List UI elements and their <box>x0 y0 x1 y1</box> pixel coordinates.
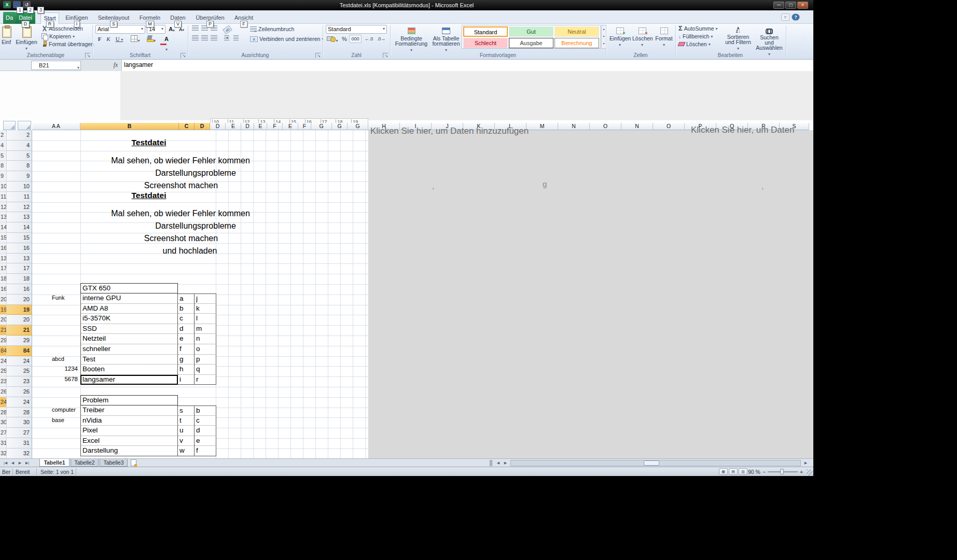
cell-style-ausgabe[interactable]: Ausgabe <box>509 38 553 48</box>
table2-cell-c1[interactable]: v <box>178 436 195 446</box>
minimize-button[interactable]: ─ <box>773 2 784 9</box>
table1-cell-label[interactable]: Test <box>80 355 178 365</box>
sheet-tab-tabelle1[interactable]: Tabelle1 <box>39 459 70 467</box>
bold-button[interactable]: F <box>95 35 104 43</box>
format-as-table-button[interactable]: Als Tabelle formatieren ▾ <box>432 25 461 49</box>
wrap-text-button[interactable]: Zeilenumbruch <box>250 25 294 33</box>
column-header-D[interactable]: D <box>195 123 210 130</box>
align-right-button[interactable] <box>210 35 218 43</box>
column-header-N[interactable]: N <box>558 123 590 130</box>
column-header-D[interactable]: D <box>210 123 226 130</box>
table2-cell-c1[interactable]: s <box>178 405 195 416</box>
row-header-14[interactable]: 14 <box>7 222 32 233</box>
conditional-formatting-button[interactable]: Bedingte Formatierung ▾ <box>392 25 431 49</box>
scroll-left-icon[interactable]: ◀ <box>495 459 502 466</box>
close-button[interactable]: × <box>797 2 808 9</box>
scroll-right-icon[interactable]: ▶ <box>502 459 509 466</box>
zoom-out-button[interactable]: − <box>762 468 766 475</box>
table2-cell-c2[interactable]: f <box>195 446 216 456</box>
align-left-button[interactable] <box>191 35 200 43</box>
row-header-21[interactable]: 21 <box>7 325 32 335</box>
table1-cell-c1[interactable]: d <box>178 324 195 334</box>
scroll-far-right-icon[interactable]: ▶ <box>802 459 809 466</box>
row-header-13[interactable]: 13 <box>7 254 32 264</box>
row-header-11[interactable]: 11 <box>7 192 32 202</box>
page-layout-view-icon[interactable]: ▤ <box>729 468 738 475</box>
row-header-18[interactable]: 18 <box>7 274 32 284</box>
row-header-17[interactable]: 17 <box>7 263 32 274</box>
table2-cell-label[interactable]: Treiber <box>80 405 178 416</box>
next-sheet-icon[interactable]: ▶ <box>17 459 23 466</box>
maximize-button[interactable]: □ <box>785 2 796 9</box>
column-header-D[interactable]: D <box>241 123 254 130</box>
help-icon[interactable]: ? <box>792 13 800 21</box>
column-header-AA[interactable]: A A <box>32 123 80 130</box>
table1-cell-c2[interactable]: p <box>195 355 216 365</box>
row-header-30[interactable]: 30 <box>7 417 32 428</box>
row-header-25[interactable]: 25 <box>7 366 32 376</box>
decrease-indent-button[interactable] <box>222 35 231 43</box>
column-header-E[interactable]: E <box>226 123 241 130</box>
cell-style-berechnung[interactable]: Berechnung <box>554 38 599 48</box>
row-header-8[interactable]: 8 <box>7 161 32 171</box>
row-header-9[interactable]: 9 <box>7 171 32 181</box>
row-header-84[interactable]: 84 <box>7 346 32 356</box>
row-header-26[interactable]: 26 <box>7 387 32 397</box>
row-header-32[interactable]: 32 <box>7 449 32 459</box>
underline-button[interactable]: U ▾ <box>113 35 126 43</box>
row-header-2[interactable]: 2 <box>7 130 32 141</box>
row-header-28[interactable]: 28 <box>7 408 32 418</box>
table1-cell-c1[interactable]: g <box>178 355 195 365</box>
align-center-button[interactable] <box>200 35 209 43</box>
horizontal-scrollbar[interactable] <box>510 460 801 466</box>
row-header-12[interactable]: 12 <box>7 202 32 213</box>
number-format-combo[interactable]: Standard▾ <box>326 25 387 34</box>
format-cells-button[interactable]: Format ▾ <box>654 25 674 49</box>
clear-button[interactable]: Löschen ▾ <box>678 40 711 48</box>
dialog-launcher-icon[interactable]: ↘ <box>85 53 90 58</box>
delete-cells-button[interactable]: × Löschen ▾ <box>632 25 653 49</box>
resize-grip[interactable] <box>807 469 813 475</box>
insert-worksheet-icon[interactable] <box>131 459 136 466</box>
row-header-29[interactable]: 29 <box>7 335 32 346</box>
row-header-10[interactable]: 10 <box>7 181 32 192</box>
first-sheet-icon[interactable]: |◀ <box>2 459 9 466</box>
font-color-button[interactable]: A▾ <box>160 35 173 43</box>
row-header-20[interactable]: 20 <box>7 315 32 325</box>
insert-cells-button[interactable]: + Einfügen ▾ <box>609 25 631 49</box>
table2-cell-label[interactable]: nVidia <box>80 416 178 426</box>
column-header-F[interactable]: F <box>298 123 311 130</box>
table1-cell-label[interactable]: langsamer <box>80 375 178 385</box>
cell-style-gut[interactable]: Gut <box>509 26 553 37</box>
row-header-16[interactable]: 16 <box>7 243 32 254</box>
table1-cell-c2[interactable]: l <box>195 314 216 324</box>
table1-cell-c1[interactable]: i <box>178 375 195 385</box>
table2-cell-label[interactable]: Pixel <box>80 426 178 436</box>
ribbon-tab-ansicht[interactable]: AnsichtF <box>231 12 256 24</box>
table1-cell-c2[interactable]: n <box>195 334 216 344</box>
column-header-G[interactable]: G <box>348 123 368 130</box>
page-break-view-icon[interactable]: ▥ <box>739 468 747 475</box>
select-all-corner[interactable] <box>3 121 16 130</box>
table1-cell-c2[interactable]: q <box>195 365 216 375</box>
normal-view-icon[interactable]: ▦ <box>719 468 728 475</box>
row-header-31[interactable]: 31 <box>7 438 32 449</box>
dialog-launcher-icon[interactable]: ↘ <box>181 53 186 58</box>
last-sheet-icon[interactable]: ▶| <box>24 459 31 466</box>
table2-cell-c2[interactable]: e <box>195 436 216 446</box>
prev-sheet-icon[interactable]: ◀ <box>9 459 16 466</box>
name-box[interactable]: B21 ▾ <box>31 61 81 70</box>
table2-cell-c2[interactable]: d <box>195 426 216 436</box>
row-header-27[interactable]: 27 <box>7 428 32 438</box>
currency-button[interactable]: ▾ <box>326 35 339 43</box>
table1-cell-c2[interactable]: j <box>195 293 216 304</box>
table2-cell-c2[interactable]: b <box>195 405 216 416</box>
thousands-button[interactable]: 000 <box>349 35 362 43</box>
row-header-13[interactable]: 13 <box>7 212 32 222</box>
table1-cell-c1[interactable]: e <box>178 334 195 344</box>
row-header-24[interactable]: 24 <box>7 397 32 408</box>
column-header-O[interactable]: O <box>590 123 621 130</box>
table2-cell-label[interactable]: Darstellung <box>80 446 178 456</box>
column-header-O[interactable]: O <box>653 123 685 130</box>
table1-cell-label[interactable]: Booten <box>80 365 178 375</box>
